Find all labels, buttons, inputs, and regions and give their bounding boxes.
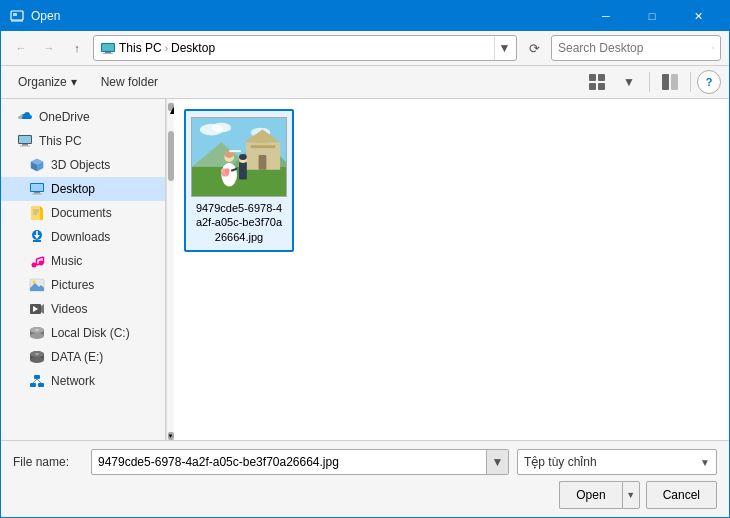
svg-line-61 (33, 379, 37, 383)
sidebar-item-downloads[interactable]: Downloads (1, 225, 165, 249)
svg-rect-17 (22, 144, 28, 146)
scrollbar-up[interactable]: ▲ (168, 103, 174, 111)
file-thumbnail (191, 117, 287, 197)
sidebar-item-3dobjects[interactable]: 3D Objects (1, 153, 165, 177)
svg-rect-12 (598, 83, 605, 90)
search-input[interactable] (558, 41, 708, 55)
filetype-select[interactable]: Tệp tùy chỉnh ▼ (517, 449, 717, 475)
thispc-icon (100, 40, 116, 56)
refresh-button[interactable]: ⟳ (521, 35, 547, 61)
svg-line-62 (37, 379, 41, 383)
address-dropdown-button[interactable]: ▼ (494, 36, 510, 60)
localdisk-label: Local Disk (C:) (51, 326, 130, 340)
sidebar-item-desktop[interactable]: Desktop (1, 177, 165, 201)
breadcrumb-thispc: This PC (119, 41, 162, 55)
open-button-wrapper: Open ▼ (559, 481, 639, 509)
onedrive-icon (17, 109, 33, 125)
title-bar: Open ─ □ ✕ (1, 1, 729, 31)
new-folder-label: New folder (101, 75, 158, 89)
onedrive-label: OneDrive (39, 110, 90, 124)
organize-button[interactable]: Organize ▾ (9, 68, 86, 96)
sidebar-item-onedrive[interactable]: OneDrive (1, 105, 165, 129)
thispc-sidebar-icon (17, 133, 33, 149)
help-button[interactable]: ? (697, 70, 721, 94)
back-button[interactable]: ← (9, 36, 33, 60)
svg-rect-59 (30, 383, 36, 387)
title-bar-title: Open (31, 9, 583, 23)
network-label: Network (51, 374, 95, 388)
preview-button[interactable] (656, 70, 684, 94)
breadcrumb-separator: › (165, 43, 168, 54)
svg-rect-24 (34, 192, 40, 194)
svg-rect-23 (31, 184, 43, 191)
address-bar[interactable]: This PC › Desktop ▼ (93, 35, 517, 61)
pane-view-icon (661, 73, 679, 91)
filetype-label: Tệp tùy chỉnh (524, 455, 597, 469)
filename-dropdown-button[interactable]: ▼ (486, 450, 508, 474)
toolbar-separator-2 (690, 72, 691, 92)
filename-row: File name: ▼ Tệp tùy chỉnh ▼ (13, 449, 717, 475)
file-area[interactable]: 9479cde5-6978-4a2f-a05c-be3f70a26664.jpg (174, 99, 729, 440)
svg-rect-1 (13, 13, 17, 16)
file-item-jpg[interactable]: 9479cde5-6978-4a2f-a05c-be3f70a26664.jpg (184, 109, 294, 252)
filetype-arrow: ▼ (700, 457, 710, 468)
svg-point-55 (30, 357, 44, 363)
toolbar-row: Organize ▾ New folder ▼ (1, 66, 729, 99)
dialog-icon (9, 8, 25, 24)
up-button[interactable]: ↑ (65, 36, 89, 60)
main-area: OneDrive This PC (1, 99, 729, 440)
svg-line-8 (713, 48, 714, 49)
open-dropdown-button[interactable]: ▼ (622, 481, 640, 509)
desktop-icon (29, 181, 45, 197)
filename-input[interactable] (92, 450, 486, 474)
svg-rect-77 (229, 150, 241, 152)
open-dialog: Open ─ □ ✕ ← → ↑ This PC › Desktop ▼ (0, 0, 730, 518)
sidebar-item-thispc[interactable]: This PC (1, 129, 165, 153)
maximize-button[interactable]: □ (629, 1, 675, 31)
music-label: Music (51, 254, 82, 268)
pictures-label: Pictures (51, 278, 94, 292)
address-row: ← → ↑ This PC › Desktop ▼ ⟳ (1, 31, 729, 66)
sidebar-item-localdisk[interactable]: Local Disk (C:) (1, 321, 165, 345)
svg-rect-25 (32, 194, 42, 195)
sidebar-scrollbar[interactable]: ▲ ▼ (166, 99, 174, 440)
svg-rect-10 (598, 74, 605, 81)
sidebar-item-network[interactable]: Network (1, 369, 165, 393)
svg-rect-73 (259, 155, 267, 170)
forward-button[interactable]: → (37, 36, 61, 60)
filename-label: File name: (13, 455, 83, 469)
view-button-1[interactable] (583, 70, 611, 94)
svg-rect-72 (251, 145, 275, 148)
file-preview-svg (192, 117, 286, 197)
sidebar-item-documents[interactable]: Documents (1, 201, 165, 225)
sidebar-item-music[interactable]: Music (1, 249, 165, 273)
open-button[interactable]: Open (559, 481, 621, 509)
window-controls: ─ □ ✕ (583, 1, 721, 31)
view-dropdown-button[interactable]: ▼ (615, 70, 643, 94)
documents-icon (29, 205, 45, 221)
svg-point-57 (35, 353, 39, 355)
svg-marker-27 (40, 206, 43, 209)
svg-rect-26 (31, 206, 40, 220)
file-name-label: 9479cde5-6978-4a2f-a05c-be3f70a26664.jpg (196, 201, 282, 244)
close-button[interactable]: ✕ (675, 1, 721, 31)
scrollbar-down[interactable]: ▼ (168, 432, 174, 440)
svg-point-80 (239, 154, 247, 160)
new-folder-button[interactable]: New folder (92, 68, 167, 96)
minimize-button[interactable]: ─ (583, 1, 629, 31)
cancel-button[interactable]: Cancel (646, 481, 717, 509)
search-bar[interactable] (551, 35, 721, 61)
scrollbar-thumb[interactable] (168, 131, 174, 181)
sidebar-item-pictures[interactable]: Pictures (1, 273, 165, 297)
svg-line-39 (37, 257, 44, 259)
toolbar-separator (649, 72, 650, 92)
svg-rect-58 (34, 375, 40, 379)
downloads-icon (29, 229, 45, 245)
sidebar-item-videos[interactable]: Videos (1, 297, 165, 321)
sidebar: OneDrive This PC (1, 99, 166, 440)
svg-point-7 (712, 47, 713, 48)
svg-rect-9 (589, 74, 596, 81)
sidebar-item-datae[interactable]: DATA (E:) (1, 345, 165, 369)
svg-rect-28 (40, 209, 43, 220)
svg-rect-13 (662, 74, 669, 90)
